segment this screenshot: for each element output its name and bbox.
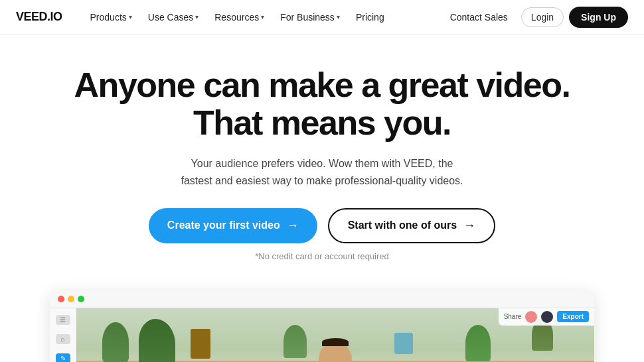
chevron-down-icon: ▾ bbox=[195, 13, 199, 21]
video-frame: VEED.IO RECORDING Share Export bbox=[76, 308, 594, 362]
nav-item-resources[interactable]: Resources ▾ bbox=[208, 8, 271, 27]
app-inner: ☰ ⌂ ✎ T ▶ ♪ ⊞ bbox=[50, 308, 594, 362]
app-top-bar: Share Export bbox=[499, 308, 594, 326]
create-video-button[interactable]: Create your first video → bbox=[149, 208, 317, 243]
sidebar-edit-icon: ✎ bbox=[56, 353, 70, 362]
avatar-2 bbox=[541, 311, 553, 323]
share-text: Share bbox=[504, 313, 522, 320]
person-figure: VEED.IO bbox=[292, 341, 378, 362]
camera-item bbox=[191, 329, 210, 359]
signup-button[interactable]: Sign Up bbox=[569, 7, 628, 28]
hero-subtitle: Your audience prefers video. Wow them wi… bbox=[176, 155, 468, 189]
navbar: VEED.IO Products ▾ Use Cases ▾ Resources… bbox=[0, 0, 644, 34]
browser-chrome bbox=[50, 290, 594, 308]
mug-item bbox=[394, 333, 413, 354]
app-preview-container: ☰ ⌂ ✎ T ▶ ♪ ⊞ bbox=[0, 290, 644, 362]
nav-item-usecases[interactable]: Use Cases ▾ bbox=[141, 8, 205, 27]
plant-1 bbox=[102, 322, 129, 362]
arrow-icon: → bbox=[287, 219, 299, 233]
nav-item-forbusiness[interactable]: For Business ▾ bbox=[274, 8, 347, 27]
sidebar-home-icon: ⌂ bbox=[56, 334, 70, 344]
close-dot bbox=[58, 296, 64, 302]
arrow-icon: → bbox=[463, 219, 475, 233]
browser-dots bbox=[58, 296, 84, 302]
person-hair bbox=[322, 338, 349, 346]
nav-right: Contact Sales Login Sign Up bbox=[442, 7, 628, 28]
hero-section: Anyone can make a great video. That mean… bbox=[0, 34, 644, 290]
chevron-down-icon: ▾ bbox=[261, 13, 264, 21]
person-head bbox=[319, 341, 352, 362]
nav-item-products[interactable]: Products ▾ bbox=[84, 8, 139, 27]
app-sidebar: ☰ ⌂ ✎ T ▶ ♪ ⊞ bbox=[50, 308, 76, 362]
nav-item-pricing[interactable]: Pricing bbox=[349, 8, 391, 27]
minimize-dot bbox=[68, 296, 74, 302]
chevron-down-icon: ▾ bbox=[337, 13, 340, 21]
hero-title: Anyone can make a great video. That mean… bbox=[13, 66, 631, 142]
app-preview: ☰ ⌂ ✎ T ▶ ♪ ⊞ bbox=[50, 290, 594, 362]
chevron-down-icon: ▾ bbox=[129, 13, 132, 21]
contact-sales-button[interactable]: Contact Sales bbox=[442, 8, 516, 27]
plant-4 bbox=[465, 325, 491, 361]
export-button[interactable]: Export bbox=[557, 311, 589, 322]
logo[interactable]: VEED.IO bbox=[16, 10, 62, 24]
plant-2 bbox=[139, 319, 175, 362]
avatar-1 bbox=[525, 311, 537, 323]
no-credit-card-note: *No credit card or account required bbox=[13, 251, 631, 261]
maximize-dot bbox=[78, 296, 84, 302]
start-with-template-button[interactable]: Start with one of ours → bbox=[328, 208, 495, 243]
sidebar-menu-icon: ☰ bbox=[56, 315, 70, 325]
nav-links: Products ▾ Use Cases ▾ Resources ▾ For B… bbox=[84, 8, 442, 27]
app-content: VEED.IO RECORDING Share Export bbox=[76, 308, 594, 362]
login-button[interactable]: Login bbox=[521, 7, 564, 27]
hero-buttons: Create your first video → Start with one… bbox=[13, 208, 631, 243]
